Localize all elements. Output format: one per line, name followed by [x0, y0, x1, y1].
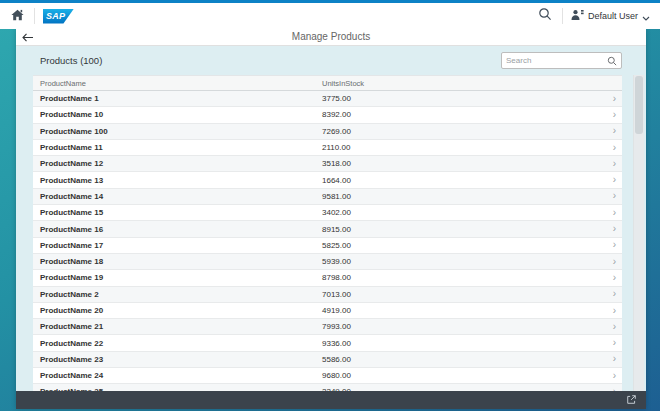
- home-button[interactable]: [6, 3, 28, 29]
- product-name-cell: ProductName 18: [33, 257, 322, 266]
- table-row[interactable]: ProductName 13 1664.00 ›: [33, 172, 622, 188]
- products-search-field[interactable]: [501, 52, 622, 69]
- units-in-stock-cell: 7013.00: [322, 290, 613, 299]
- search-input[interactable]: [506, 56, 607, 65]
- app-window: Manage Products Products (100) ProductNa…: [16, 29, 646, 409]
- chevron-right-icon: ›: [613, 387, 622, 391]
- table-row[interactable]: ProductName 19 8798.00 ›: [33, 270, 622, 286]
- app-content: Products (100) ProductName UnitsInStock …: [16, 46, 646, 391]
- chevron-right-icon: ›: [613, 126, 622, 136]
- chevron-right-icon: ›: [613, 110, 622, 120]
- table-row[interactable]: ProductName 25 2249.00 ›: [33, 384, 622, 391]
- page-title: Manage Products: [16, 29, 646, 45]
- units-in-stock-cell: 5825.00: [322, 241, 613, 250]
- share-button[interactable]: [626, 391, 637, 409]
- product-name-cell: ProductName 22: [33, 339, 322, 348]
- units-in-stock-cell: 5586.00: [322, 355, 613, 364]
- product-name-cell: ProductName 23: [33, 355, 322, 364]
- chevron-right-icon: ›: [613, 289, 622, 299]
- table-row[interactable]: ProductName 15 3402.00 ›: [33, 205, 622, 221]
- chevron-right-icon: ›: [613, 306, 622, 316]
- vertical-scrollbar[interactable]: [633, 75, 644, 391]
- product-name-cell: ProductName 100: [33, 127, 322, 136]
- chevron-right-icon: ›: [613, 240, 622, 250]
- units-in-stock-cell: 9680.00: [322, 371, 613, 380]
- product-name-cell: ProductName 12: [33, 159, 322, 168]
- user-icon: [571, 7, 584, 25]
- chevron-right-icon: ›: [613, 224, 622, 234]
- table-row[interactable]: ProductName 12 3518.00 ›: [33, 156, 622, 172]
- table-row[interactable]: ProductName 16 8915.00 ›: [33, 221, 622, 237]
- chevron-right-icon: ›: [613, 273, 622, 283]
- product-name-cell: ProductName 14: [33, 192, 322, 201]
- table-row[interactable]: ProductName 14 9581.00 ›: [33, 189, 622, 205]
- table-row[interactable]: ProductName 23 5586.00 ›: [33, 352, 622, 368]
- share-icon: [626, 391, 637, 409]
- product-name-cell: ProductName 20: [33, 306, 322, 315]
- table-row[interactable]: ProductName 2 7013.00 ›: [33, 287, 622, 303]
- product-name-cell: ProductName 11: [33, 143, 322, 152]
- product-name-cell: ProductName 21: [33, 322, 322, 331]
- units-in-stock-cell: 5939.00: [322, 257, 613, 266]
- home-icon: [11, 7, 24, 25]
- units-in-stock-cell: 8915.00: [322, 225, 613, 234]
- units-in-stock-cell: 8392.00: [322, 110, 613, 119]
- products-table: ProductName UnitsInStock ProductName 1 3…: [33, 75, 622, 391]
- chevron-right-icon: ›: [613, 208, 622, 218]
- product-name-cell: ProductName 16: [33, 225, 322, 234]
- product-name-cell: ProductName 10: [33, 110, 322, 119]
- units-in-stock-cell: 4919.00: [322, 306, 613, 315]
- chevron-right-icon: ›: [613, 354, 622, 364]
- units-in-stock-cell: 9581.00: [322, 192, 613, 201]
- table-row[interactable]: ProductName 17 5825.00 ›: [33, 238, 622, 254]
- table-header-row: ProductName UnitsInStock: [33, 75, 622, 91]
- table-row[interactable]: ProductName 21 7993.00 ›: [33, 319, 622, 335]
- units-in-stock-cell: 3775.00: [322, 94, 613, 103]
- scrollbar-thumb[interactable]: [635, 76, 643, 134]
- table-row[interactable]: ProductName 10 8392.00 ›: [33, 107, 622, 123]
- sap-logo: SAP: [43, 9, 74, 24]
- products-count-title: Products (100): [40, 55, 102, 66]
- chevron-right-icon: ›: [613, 191, 622, 201]
- product-name-cell: ProductName 17: [33, 241, 322, 250]
- table-row[interactable]: ProductName 1 3775.00 ›: [33, 91, 622, 107]
- user-name-label: Default User: [588, 11, 638, 21]
- product-name-cell: ProductName 19: [33, 273, 322, 282]
- search-icon[interactable]: [607, 52, 617, 70]
- product-name-cell: ProductName 25: [33, 387, 322, 391]
- app-header: Manage Products: [16, 29, 646, 46]
- chevron-right-icon: ›: [613, 94, 622, 104]
- units-in-stock-cell: 3402.00: [322, 208, 613, 217]
- chevron-down-icon: [642, 7, 650, 25]
- panel-header: Products (100): [33, 46, 622, 75]
- table-row[interactable]: ProductName 22 9336.00 ›: [33, 335, 622, 351]
- table-row[interactable]: ProductName 20 4919.00 ›: [33, 303, 622, 319]
- chevron-right-icon: ›: [613, 159, 622, 169]
- units-in-stock-cell: 2249.00: [322, 387, 613, 391]
- product-name-cell: ProductName 2: [33, 290, 322, 299]
- product-name-cell: ProductName 15: [33, 208, 322, 217]
- shell-divider: [34, 8, 35, 24]
- units-in-stock-cell: 9336.00: [322, 339, 613, 348]
- back-button[interactable]: [22, 29, 34, 45]
- units-in-stock-cell: 3518.00: [322, 159, 613, 168]
- chevron-right-icon: ›: [613, 371, 622, 381]
- shell-search-button[interactable]: [534, 3, 556, 29]
- chevron-right-icon: ›: [613, 143, 622, 153]
- table-row[interactable]: ProductName 100 7269.00 ›: [33, 124, 622, 140]
- column-header-unitsinstock: UnitsInStock: [322, 79, 622, 88]
- shell-divider: [562, 8, 563, 24]
- chevron-right-icon: ›: [613, 175, 622, 185]
- table-row[interactable]: ProductName 18 5939.00 ›: [33, 254, 622, 270]
- product-name-cell: ProductName 24: [33, 371, 322, 380]
- user-menu[interactable]: Default User: [569, 3, 652, 29]
- chevron-right-icon: ›: [613, 322, 622, 332]
- table-row[interactable]: ProductName 11 2110.00 ›: [33, 140, 622, 156]
- product-name-cell: ProductName 13: [33, 176, 322, 185]
- table-row[interactable]: ProductName 24 9680.00 ›: [33, 368, 622, 384]
- units-in-stock-cell: 7993.00: [322, 322, 613, 331]
- units-in-stock-cell: 2110.00: [322, 143, 613, 152]
- search-icon: [538, 7, 552, 25]
- chevron-right-icon: ›: [613, 338, 622, 348]
- units-in-stock-cell: 7269.00: [322, 127, 613, 136]
